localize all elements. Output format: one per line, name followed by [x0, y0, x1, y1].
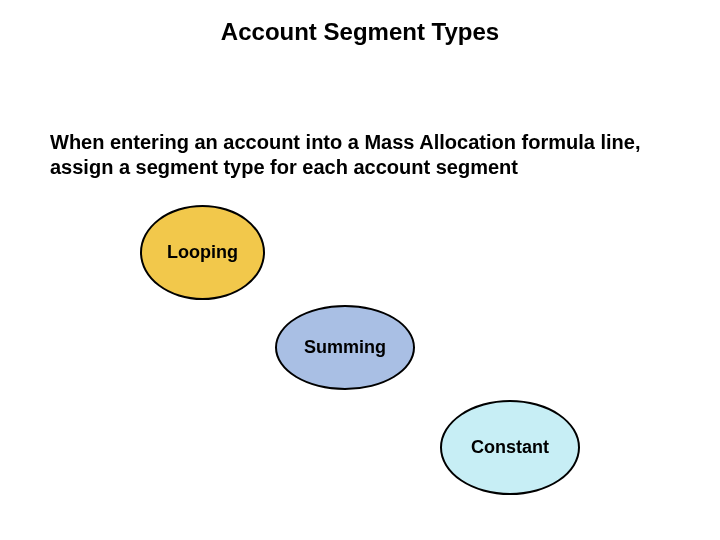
constant-label: Constant: [471, 437, 549, 458]
looping-ellipse: Looping: [140, 205, 265, 300]
constant-ellipse: Constant: [440, 400, 580, 495]
slide-body-text: When entering an account into a Mass All…: [50, 130, 660, 180]
summing-label: Summing: [304, 337, 386, 358]
looping-label: Looping: [167, 242, 238, 263]
slide: Account Segment Types When entering an a…: [0, 0, 720, 540]
summing-ellipse: Summing: [275, 305, 415, 390]
slide-title: Account Segment Types: [0, 18, 720, 46]
